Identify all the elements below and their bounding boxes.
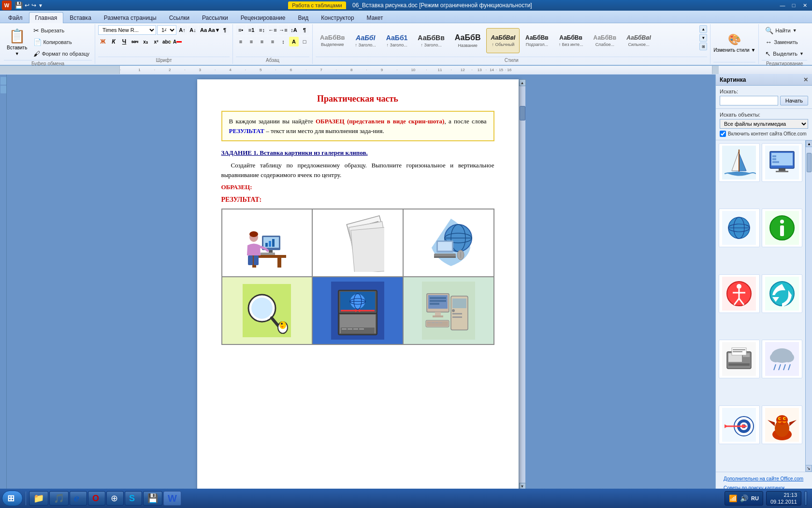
styles-more[interactable]: ⊞ bbox=[699, 43, 707, 50]
style-title[interactable]: АаБбВ Название bbox=[450, 28, 485, 53]
clip-item-1[interactable] bbox=[719, 143, 760, 182]
style-vydelenie[interactable]: АаБбВв Выделение bbox=[316, 28, 349, 53]
clip-item-7[interactable] bbox=[719, 340, 760, 378]
subscript-button[interactable]: x₂ bbox=[141, 37, 150, 46]
taskbar-save[interactable]: 💾 bbox=[143, 491, 162, 506]
tab-references[interactable]: Ссылки bbox=[163, 12, 196, 23]
tab-layout[interactable]: Макет bbox=[361, 12, 390, 23]
styles-scroll-down[interactable]: ▼ bbox=[699, 34, 707, 42]
change-case-button[interactable]: Aa▼ bbox=[209, 25, 219, 35]
font-grow-button[interactable]: A↑ bbox=[177, 25, 187, 35]
clip-item-2[interactable] bbox=[762, 143, 803, 182]
style-no-spacing[interactable]: АаБбВв ↑ Без инте... bbox=[554, 28, 588, 53]
show-formatting-button[interactable]: ¶ bbox=[220, 25, 230, 35]
taskbar-chrome[interactable]: ⊕ bbox=[106, 491, 124, 506]
clip-item-3[interactable] bbox=[719, 209, 760, 247]
font-shrink-button[interactable]: A↓ bbox=[188, 25, 198, 35]
font-size-select[interactable]: 14 bbox=[157, 25, 176, 35]
bullets-button[interactable]: ≡• bbox=[236, 25, 246, 35]
taskbar-opera[interactable]: O bbox=[88, 491, 105, 506]
clear-format-button[interactable]: Aa bbox=[199, 25, 208, 35]
bold-button[interactable]: Ж bbox=[98, 37, 108, 46]
clip-item-4[interactable] bbox=[762, 209, 803, 247]
start-button[interactable]: ⊞ bbox=[2, 491, 23, 506]
line-spacing-button[interactable]: ↕ bbox=[278, 37, 288, 46]
style-heading2[interactable]: АаБб1 ↑ Заголо... bbox=[382, 28, 412, 53]
tab-mailings[interactable]: Рассылки bbox=[196, 12, 234, 23]
quick-access-save[interactable]: 💾 bbox=[14, 1, 23, 9]
taskbar-explorer[interactable]: 📁 bbox=[29, 491, 48, 506]
tab-view[interactable]: Вид bbox=[291, 12, 315, 23]
close-button[interactable]: ✕ bbox=[799, 1, 810, 10]
office-online-link[interactable]: Дополнительно на сайте Office.com bbox=[720, 474, 808, 483]
style-strong[interactable]: АаБбВвI Сильное... bbox=[622, 28, 655, 53]
change-styles-icon[interactable]: 🎨 bbox=[728, 33, 741, 46]
clip-scroll-resize[interactable]: ↘ bbox=[805, 465, 812, 472]
taskbar-ie[interactable]: ℯ bbox=[70, 491, 87, 506]
panel-close-button[interactable]: ✕ bbox=[803, 76, 808, 83]
clip-scroll-track[interactable] bbox=[806, 147, 812, 465]
style-normal[interactable]: АаБбВвI ↑ Обычный bbox=[486, 28, 520, 53]
vscroll-thumb[interactable] bbox=[520, 106, 525, 120]
clip-item-5[interactable] bbox=[719, 274, 760, 313]
taskbar-skype[interactable]: S bbox=[125, 491, 142, 506]
multilevel-button[interactable]: ≡↕ bbox=[257, 25, 267, 35]
borders-button[interactable]: □ bbox=[300, 37, 309, 46]
clip-item-9[interactable] bbox=[719, 405, 760, 444]
objects-select[interactable]: Все файлы мультимедиа bbox=[720, 119, 808, 129]
search-input[interactable] bbox=[720, 96, 778, 105]
styles-scroll-up[interactable]: ▲ bbox=[699, 25, 707, 33]
underline-button[interactable]: Ч bbox=[119, 37, 129, 46]
strikethrough-button[interactable]: зач bbox=[130, 37, 140, 46]
clock-area[interactable]: 21:13 09.12.2011 bbox=[766, 491, 801, 506]
taskbar-word[interactable]: W bbox=[163, 491, 181, 506]
replace-button[interactable]: ↔ Заменить bbox=[762, 37, 807, 47]
tab-review[interactable]: Рецензирование bbox=[234, 12, 292, 23]
taskbar-media[interactable]: 🎵 bbox=[49, 491, 69, 506]
superscript-button[interactable]: x² bbox=[151, 37, 161, 46]
italic-button[interactable]: К bbox=[109, 37, 118, 46]
style-subtle[interactable]: АаБбВв Слабое... bbox=[589, 28, 621, 53]
clip-item-6[interactable] bbox=[762, 274, 803, 313]
format-painter-button[interactable]: 🖌 Формат по образцу bbox=[31, 48, 92, 59]
clip-scroll-thumb[interactable] bbox=[807, 153, 812, 172]
tab-home[interactable]: Главная bbox=[29, 12, 64, 23]
keyboard-lang[interactable]: RU bbox=[751, 495, 759, 501]
align-right-button[interactable]: ≡ bbox=[257, 37, 267, 46]
maximize-button[interactable]: □ bbox=[788, 1, 799, 10]
tab-insert[interactable]: Вставка bbox=[63, 12, 98, 23]
quick-access-undo[interactable]: ↩ bbox=[25, 2, 29, 9]
font-name-select[interactable]: Times New R... bbox=[98, 25, 156, 35]
change-styles-label[interactable]: Изменить стили ▼ bbox=[713, 47, 755, 53]
style-subtitle[interactable]: АаБбВв Подзагол... bbox=[521, 28, 553, 53]
clip-item-8[interactable] bbox=[762, 340, 803, 378]
align-center-button[interactable]: ≡ bbox=[246, 37, 256, 46]
select-button[interactable]: ↖ Выделить ▼ bbox=[762, 48, 807, 59]
show-marks-button[interactable]: ¶ bbox=[300, 25, 309, 35]
clip-scroll-up[interactable]: ▲ bbox=[806, 140, 812, 147]
find-button[interactable]: 🔍 Найти ▼ bbox=[762, 25, 807, 36]
paste-button[interactable]: 📋 Вставить ▼ bbox=[4, 28, 30, 56]
numbering-button[interactable]: ≡1 bbox=[246, 25, 256, 35]
tab-page-layout[interactable]: Разметка страницы bbox=[98, 12, 163, 23]
search-button[interactable]: Начать bbox=[780, 96, 808, 105]
style-heading3[interactable]: АаБбВв ↑ Заголо... bbox=[413, 28, 449, 53]
align-left-button[interactable]: ≡ bbox=[236, 37, 246, 46]
shading-button[interactable]: A bbox=[289, 37, 299, 46]
text-highlight-button[interactable]: abc bbox=[162, 37, 172, 46]
quick-access-more[interactable]: ▼ bbox=[38, 3, 43, 8]
decrease-indent-button[interactable]: ←≡ bbox=[268, 25, 277, 35]
vscroll-track[interactable] bbox=[519, 86, 525, 483]
margin-btn-2[interactable] bbox=[0, 86, 6, 93]
tab-file[interactable]: Файл bbox=[2, 12, 29, 23]
office-logo-icon[interactable]: W bbox=[2, 0, 12, 10]
justify-button[interactable]: ≡ bbox=[268, 37, 277, 46]
include-office-checkbox[interactable] bbox=[720, 131, 726, 137]
sort-button[interactable]: ↕A bbox=[289, 25, 299, 35]
quick-access-redo[interactable]: ↪ bbox=[31, 2, 36, 9]
copy-button[interactable]: 📄 Копировать bbox=[31, 37, 92, 47]
tab-constructor[interactable]: Конструктор bbox=[315, 12, 360, 23]
vscroll-up-button[interactable]: ▲ bbox=[519, 79, 526, 86]
margin-btn-1[interactable] bbox=[0, 77, 6, 85]
minimize-button[interactable]: — bbox=[777, 1, 788, 10]
